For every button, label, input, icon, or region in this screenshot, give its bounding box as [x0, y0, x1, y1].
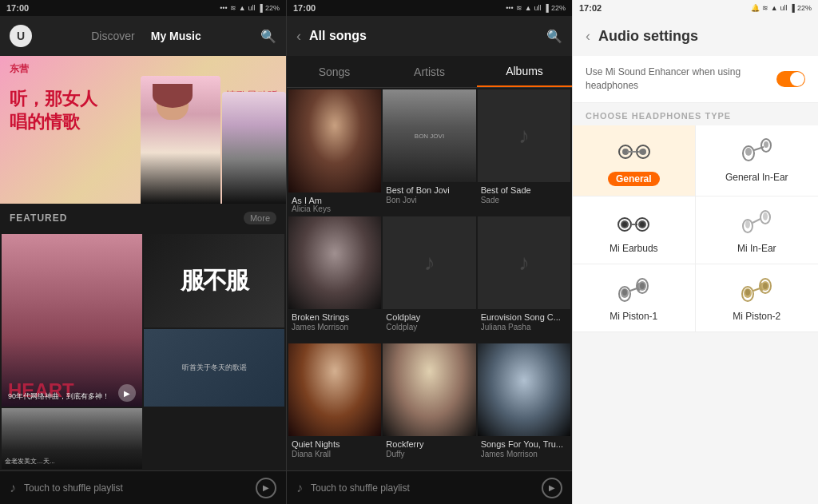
item-label-1: 90年代网络神曲，到底有多神！ — [8, 391, 109, 402]
album-artist-coldplay: Coldplay — [383, 323, 475, 335]
album-name-bonjovi: Best of Bon Jovi — [383, 182, 475, 196]
panel-discover: 17:00 ••• ≋ ▲ ull ▐ 22% U Discover My Mu… — [0, 0, 286, 504]
featured-item-4[interactable]: 金老发美文…天... — [2, 408, 142, 469]
status-time-2: 17:00 — [293, 3, 316, 13]
album-cover-bonjovi: BON JOVI — [383, 89, 475, 182]
svg-point-21 — [745, 220, 750, 228]
toggle-knob — [790, 72, 804, 86]
tab-albums[interactable]: Albums — [477, 57, 572, 87]
enhancer-toggle[interactable] — [776, 71, 805, 87]
status-icons-3: 🔔 ≋ ▲ ull ▐ 22% — [751, 4, 812, 12]
play-button-bottom-2[interactable]: ▶ — [542, 478, 562, 498]
featured-grid: HEART 90年代网络神曲，到底有多神！ ▶ 服不服 听首关于冬天的歌谣 金老… — [0, 232, 286, 470]
featured-item-2[interactable]: 服不服 — [144, 234, 284, 327]
hero-figures — [141, 76, 286, 204]
music-note-icon-2: ♪ — [296, 481, 303, 495]
album-artist-rockferry: Duffy — [383, 450, 475, 462]
headphone-inear-icon — [737, 135, 776, 167]
shuffle-text-2[interactable]: Touch to shuffle playlist — [311, 482, 534, 494]
piston2-svg — [737, 275, 776, 305]
status-bar-2: 17:00 ••• ≋ ▲ ull ▐ 22% — [287, 0, 572, 16]
svg-point-40 — [763, 283, 768, 289]
search-icon-2[interactable]: 🔍 — [546, 29, 562, 44]
album-artist-eurovision: Juliana Pasha — [478, 323, 570, 335]
hero-figure-left — [222, 92, 286, 204]
album-cover-sade: ♪ — [478, 89, 570, 182]
status-icons-2: ••• ≋ ▲ ull ▐ 22% — [506, 4, 566, 12]
svg-point-27 — [622, 289, 627, 296]
featured-item-3[interactable]: 听首关于冬天的歌谣 — [144, 329, 284, 407]
album-name-alicia: As I Am — [288, 192, 381, 204]
audio-settings-title: Audio settings — [598, 28, 698, 45]
status-time-3: 17:02 — [579, 3, 602, 13]
album-item-quiet[interactable]: Quiet Nights Diana Krall — [288, 343, 381, 469]
headphone-general-inear[interactable]: General In-Ear — [696, 125, 819, 196]
back-button-3[interactable]: ‹ — [586, 28, 590, 45]
album-cover-broken — [288, 216, 381, 309]
enhancer-row: Use Mi Sound Enhancer when using headpho… — [573, 56, 818, 103]
album-artist-alicia: Alicia Keys — [288, 204, 381, 215]
album-name-songs: Songs For You, Tru... — [478, 436, 570, 450]
headphone-mi-piston2[interactable]: Mi Piston-2 — [696, 264, 819, 332]
search-icon[interactable]: 🔍 — [260, 29, 276, 44]
play-button-1[interactable]: ▶ — [118, 384, 136, 402]
headphone-mi-piston1[interactable]: Mi Piston-1 — [573, 264, 696, 332]
headphone-piston2-icon — [737, 274, 776, 306]
album-item-sade[interactable]: ♪ Best of Sade Sade — [478, 89, 570, 215]
album-cover-quiet — [288, 343, 381, 436]
album-artist-songs: James Morrison — [478, 450, 570, 462]
hero-logo: 东营 — [10, 62, 29, 76]
album-item-rockferry[interactable]: Rockferry Duffy — [383, 343, 475, 469]
status-bar-3: 17:02 🔔 ≋ ▲ ull ▐ 22% — [573, 0, 818, 16]
album-cover-alicia — [288, 89, 381, 192]
bottom-bar-2: ♪ Touch to shuffle playlist ▶ — [287, 470, 572, 504]
headphone-mi-inear[interactable]: Mi In-Ear — [696, 196, 819, 264]
app-logo: U — [10, 25, 32, 47]
svg-point-5 — [640, 149, 646, 155]
status-icons-1: ••• ≋ ▲ ull ▐ 22% — [220, 4, 280, 12]
album-name-sade: Best of Sade — [478, 182, 570, 196]
album-item-broken[interactable]: Broken Strings James Morrison — [288, 216, 381, 342]
featured-item-1[interactable]: HEART 90年代网络神曲，到底有多神！ ▶ — [2, 234, 142, 407]
album-cover-rockferry — [383, 343, 475, 436]
more-button[interactable]: More — [244, 212, 276, 224]
album-item-bonjovi[interactable]: BON JOVI Best of Bon Jovi Bon Jovi — [383, 89, 475, 215]
headphone-piston1-label: Mi Piston-1 — [610, 311, 657, 322]
svg-point-35 — [745, 289, 750, 296]
panel2-header: ‹ All songs 🔍 — [287, 16, 572, 56]
album-artist-quiet: Diana Krall — [288, 450, 381, 462]
album-item-songs[interactable]: Songs For You, Tru... James Morrison — [478, 343, 570, 469]
play-button-bottom-1[interactable]: ▶ — [256, 478, 276, 498]
tab-artists[interactable]: Artists — [382, 58, 477, 86]
piston1-svg — [614, 275, 653, 305]
album-item-eurovision[interactable]: ♪ Eurovision Song C... Juliana Pasha — [478, 216, 570, 342]
headphone-mi-inear-icon — [737, 206, 776, 238]
headphone-mi-inear-label: Mi In-Ear — [737, 243, 776, 254]
album-name-rockferry: Rockferry — [383, 436, 475, 450]
svg-line-22 — [752, 219, 760, 223]
tab-songs[interactable]: Songs — [287, 58, 382, 86]
songs-tabs: Songs Artists Albums — [287, 56, 572, 88]
album-item-coldplay[interactable]: ♪ Coldplay Coldplay — [383, 216, 475, 342]
back-button-2[interactable]: ‹ — [296, 28, 301, 45]
album-name-broken: Broken Strings — [288, 309, 381, 323]
nav-mymusic[interactable]: My Music — [151, 30, 201, 42]
svg-point-24 — [763, 212, 768, 220]
headphone-piston2-label: Mi Piston-2 — [733, 311, 780, 322]
mi-inear-svg — [737, 207, 776, 237]
headphone-mi-earbuds[interactable]: Mi Earbuds — [573, 196, 696, 264]
album-artist-broken: James Morrison — [288, 323, 381, 335]
shuffle-text-1[interactable]: Touch to shuffle playlist — [24, 482, 248, 494]
headphone-general-label: General — [608, 172, 660, 186]
album-item-alicia[interactable]: As I Am Alicia Keys — [288, 89, 381, 215]
enhancer-text: Use Mi Sound Enhancer when using headpho… — [586, 65, 776, 93]
svg-point-14 — [622, 222, 627, 227]
headphone-general[interactable]: General — [573, 125, 696, 196]
panel-audio-settings: 17:02 🔔 ≋ ▲ ull ▐ 22% ‹ Audio settings U… — [572, 0, 818, 504]
album-cover-songs — [478, 343, 570, 436]
headphones-grid: General General In-Ear — [573, 125, 818, 332]
nav-discover[interactable]: Discover — [91, 30, 134, 42]
headphone-general-icon — [614, 135, 653, 167]
hero-banner: 东营 听，那女人 唱的情歌 情歌最动听 之女声篇 — [0, 56, 286, 204]
panel-allsongs: 17:00 ••• ≋ ▲ ull ▐ 22% ‹ All songs 🔍 So… — [286, 0, 572, 504]
